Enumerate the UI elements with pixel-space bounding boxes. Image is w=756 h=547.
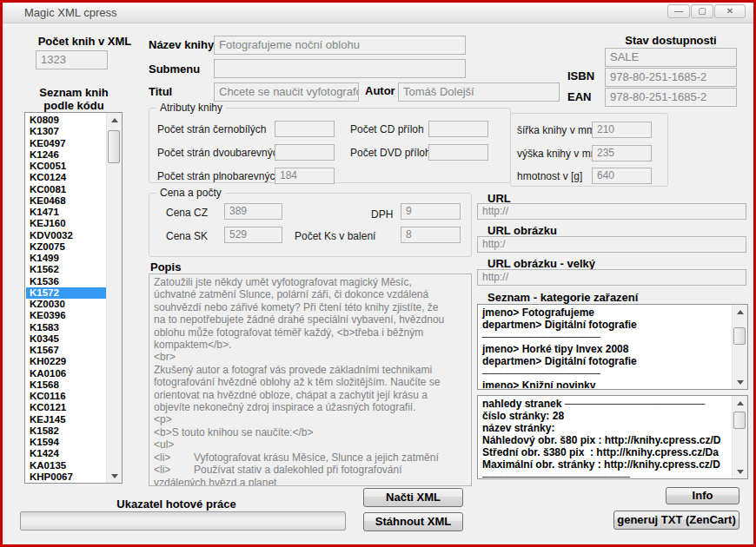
submenu-field[interactable]	[214, 59, 466, 78]
2c-pages-field[interactable]	[275, 144, 335, 161]
list-item[interactable]: nahledy stranek ───────────────────	[479, 398, 732, 410]
stahnout-xml-button[interactable]: Stáhnout XML	[363, 512, 463, 531]
list-item[interactable]: jmeno> Horké tipy Invex 2008	[479, 343, 732, 355]
color-pages-field[interactable]: 184	[275, 168, 335, 184]
list-item[interactable]: K1246	[26, 149, 106, 161]
list-item[interactable]: KHP0067	[26, 471, 106, 482]
list-item[interactable]: KEJ160	[26, 218, 106, 229]
minimize-icon[interactable]: —	[667, 4, 690, 18]
window-title: Magic XML cpress	[24, 6, 116, 19]
scroll-up-icon[interactable]	[107, 113, 122, 127]
list-item[interactable]: K0345	[26, 333, 106, 345]
book-codes-items[interactable]: K0809K1307KE0497K1246KC0051KC0124KC0081K…	[26, 114, 106, 482]
cena-cz-field[interactable]: 389	[224, 203, 282, 220]
list-item[interactable]: KDV0032	[26, 230, 106, 241]
maximize-icon[interactable]: ▢	[691, 4, 713, 18]
nahledy-scrollbar[interactable]	[732, 396, 747, 478]
ean-field[interactable]: 978-80-251-1685-2	[605, 88, 737, 107]
info-button[interactable]: Info	[666, 487, 739, 504]
dph-label: DPH	[371, 208, 393, 221]
close-icon[interactable]: ✕	[714, 4, 746, 18]
autor-field[interactable]: Tomáš Dolejší	[398, 82, 560, 102]
kategorie-scrollbar[interactable]	[732, 305, 747, 389]
list-item[interactable]: Střední obr. š380 pix : http://knihy.cpr…	[479, 446, 732, 458]
list-item[interactable]: departmen> Digitální fotografie	[479, 355, 732, 367]
nahledy-scrollbar-thumb[interactable]	[733, 412, 746, 429]
list-item[interactable]: KA0106	[26, 368, 106, 379]
list-item[interactable]: K1594	[26, 437, 106, 448]
list-item[interactable]: jmeno> Knižní novinky	[479, 379, 732, 388]
list-item[interactable]: K1424	[26, 448, 106, 459]
cena-sk-field[interactable]: 529	[224, 227, 282, 243]
list-item[interactable]: jmeno> Fotografujeme	[479, 306, 732, 319]
cb-pages-field[interactable]	[275, 121, 335, 137]
codes-scrollbar[interactable]	[106, 113, 122, 483]
dvd-field[interactable]	[428, 144, 488, 161]
list-item[interactable]: KC0124	[26, 172, 106, 183]
ks-baleni-field[interactable]: 8	[401, 227, 461, 243]
popis-textarea[interactable]: Zatoužili jste někdy umět vyfotografovat…	[149, 274, 472, 486]
stav-field[interactable]: SALE	[605, 48, 737, 67]
isbn-field[interactable]: 978-80-251-1685-2	[605, 68, 737, 87]
list-item[interactable]: KE0396	[26, 310, 106, 321]
list-item[interactable]: KC0121	[26, 402, 106, 413]
count-field[interactable]: 1323	[36, 50, 108, 69]
list-item[interactable]: KEJ145	[26, 414, 106, 425]
nazev-field[interactable]: Fotografujeme noční oblohu	[214, 36, 466, 55]
list-item[interactable]: číslo stránky: 28	[479, 410, 732, 422]
kategorie-items[interactable]: jmeno> Fotografujemedepartmen> Digitální…	[479, 306, 732, 388]
list-item[interactable]: K1568	[26, 379, 106, 391]
list-item[interactable]: KA0135	[26, 460, 106, 471]
scroll-down-icon[interactable]	[107, 469, 122, 483]
url-obrazku-field[interactable]: http:/	[477, 236, 746, 253]
list-item[interactable]: KZ0030	[26, 299, 106, 310]
book-codes-list[interactable]: K0809K1307KE0497K1246KC0051KC0124KC0081K…	[24, 112, 123, 484]
scroll-down-icon[interactable]	[733, 465, 747, 478]
kategorie-list[interactable]: jmeno> Fotografujemedepartmen> Digitální…	[477, 304, 748, 390]
hmotnost-field[interactable]: 640	[592, 168, 652, 184]
list-item[interactable]: Maximální obr. stránky : http://knihy.cp…	[479, 458, 732, 471]
nahledy-list[interactable]: nahledy stranek ───────────────────číslo…	[477, 395, 748, 479]
list-item[interactable]: Náhledový obr. š80 pix : http://knihy.cp…	[479, 434, 732, 446]
titul-field[interactable]: Chcete se naučit vyfotografov	[214, 82, 359, 102]
nahledy-items[interactable]: nahledy stranek ───────────────────číslo…	[479, 397, 732, 478]
list-item[interactable]: KH0229	[26, 356, 106, 367]
title-bar[interactable]: Magic XML cpress — ▢ ✕	[3, 3, 753, 23]
nacti-xml-button[interactable]: Načti XML	[363, 488, 463, 507]
list-item[interactable]: K1307	[26, 126, 106, 137]
list-item[interactable]: ────────────────────	[479, 471, 732, 478]
vyska-field[interactable]: 235	[592, 145, 652, 161]
list-item[interactable]: ────────────────	[479, 331, 732, 343]
list-item[interactable]: K1572	[26, 287, 106, 299]
list-item[interactable]: KC0081	[26, 184, 106, 195]
scroll-up-icon[interactable]	[733, 396, 747, 410]
dph-field[interactable]: 9	[401, 203, 461, 220]
list-item[interactable]: K1499	[26, 253, 106, 264]
list-item[interactable]: K1562	[26, 264, 106, 275]
list-item[interactable]: departmen> Digitální fotografie	[479, 319, 732, 331]
list-item[interactable]: K1582	[26, 425, 106, 437]
list-item[interactable]: K1471	[26, 207, 106, 218]
list-item[interactable]: KE0468	[26, 195, 106, 207]
list-item[interactable]: K1567	[26, 345, 106, 356]
count-label: Počet knih v XML	[26, 35, 143, 48]
list-item[interactable]: název stránky:	[479, 422, 732, 434]
list-item[interactable]: K1536	[26, 276, 106, 287]
list-item[interactable]: ────────────────	[479, 367, 732, 379]
codes-list-label: Seznam knih podle kódu	[22, 86, 126, 112]
url-obrazku-velky-field[interactable]: http://	[477, 269, 746, 286]
list-item[interactable]: KZ0075	[26, 241, 106, 253]
list-item[interactable]: K1583	[26, 322, 106, 333]
scroll-up-icon[interactable]	[733, 305, 747, 319]
scroll-down-icon[interactable]	[733, 375, 747, 389]
list-item[interactable]: K0809	[26, 115, 106, 126]
list-item[interactable]: KC0116	[26, 391, 106, 402]
codes-scrollbar-thumb[interactable]	[108, 130, 120, 163]
sirka-field[interactable]: 210	[592, 122, 652, 138]
url-field[interactable]: http://	[477, 203, 746, 220]
list-item[interactable]: KE0497	[26, 138, 106, 149]
list-item[interactable]: KC0051	[26, 161, 106, 172]
kategorie-scrollbar-thumb[interactable]	[733, 327, 746, 345]
cd-field[interactable]	[428, 121, 488, 137]
generuj-txt-button[interactable]: generuj TXT (ZenCart)	[613, 511, 739, 530]
